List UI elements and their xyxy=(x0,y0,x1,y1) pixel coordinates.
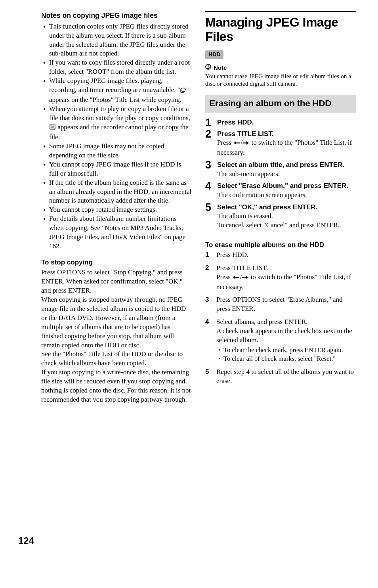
sub-step: Select albums, and press ENTER.A check m… xyxy=(205,318,356,363)
sub-step-bullet: To clear the check mark, press ENTER aga… xyxy=(221,346,356,354)
main-step: Select "Erase Album," and press ENTER.Th… xyxy=(205,182,356,199)
left-right-arrows-icon: / xyxy=(233,139,250,148)
section-bar: Erasing an album on the HDD xyxy=(205,95,356,113)
sub-step-body: Press HDD. xyxy=(216,251,356,260)
notes-bullet: You cannot copy rotated image settings. xyxy=(46,205,192,215)
title-rule: Managing JPEG Image Files xyxy=(205,11,356,44)
info-icon xyxy=(205,64,211,72)
page-title: Managing JPEG Image Files xyxy=(205,15,356,44)
sub-step: Repet step 4 to select all of the albums… xyxy=(205,368,356,386)
hdd-badge: HDD xyxy=(205,50,223,59)
sub-step: Press OPTIONS to select "Erase Albums," … xyxy=(205,295,356,314)
notes-bullet: While copying JPEG image files, playing,… xyxy=(46,77,192,105)
sub-step-body: Press TITLE LIST.Press / to switch to th… xyxy=(216,264,356,292)
sub-step: Press TITLE LIST.Press / to switch to th… xyxy=(205,264,356,292)
step-title: Press HDD. xyxy=(217,118,356,126)
svg-text:/: / xyxy=(241,140,243,146)
broken-file-icon xyxy=(49,124,56,133)
note-label: Note xyxy=(205,64,356,72)
notes-bullet-list: This function copies only JPEG files dir… xyxy=(41,22,192,251)
notes-heading: Notes on copying JPEG image files xyxy=(41,11,192,21)
notes-bullet: For details about file/album number limi… xyxy=(46,215,192,251)
notes-bullet: If the title of the album being copied i… xyxy=(46,178,192,206)
sub-step: Press HDD. xyxy=(205,251,356,260)
sub-step-bullets: To clear the check mark, press ENTER aga… xyxy=(216,346,356,364)
sub-step-body: Select albums, and press ENTER.A check m… xyxy=(216,318,356,345)
step-title: Select an album title, and press ENTER. xyxy=(217,161,356,169)
step-body: The confirmation screen appears. xyxy=(217,191,356,200)
notes-bullet: When you attempt to play or copy a broke… xyxy=(46,105,192,142)
step-title: Select "Erase Album," and press ENTER. xyxy=(217,182,356,190)
stop-copying-heading: To stop copying xyxy=(41,258,192,267)
main-step: Press HDD. xyxy=(205,118,356,126)
svg-text:/: / xyxy=(240,275,242,280)
copying-icon xyxy=(180,86,186,96)
sub-step-body: Press OPTIONS to select "Erase Albums," … xyxy=(216,295,356,314)
page-number: 124 xyxy=(18,534,34,547)
note-text: You cannot erase JPEG image files or edi… xyxy=(205,72,356,88)
sub-step-bullet: To clear all of check marks, select "Res… xyxy=(221,354,356,363)
notes-bullet: Some JPEG image files may not be copied … xyxy=(46,142,192,160)
step-body: Press / to switch to the "Photos" Title … xyxy=(217,138,356,157)
step-body: The album is erased.To cancel, select "C… xyxy=(217,212,356,230)
notes-bullet: You cannot copy JPEG image files if the … xyxy=(46,160,192,178)
left-column: Notes on copying JPEG image files This f… xyxy=(41,11,192,404)
notes-bullet: If you want to copy files stored directl… xyxy=(46,58,192,77)
main-step: Select an album title, and press ENTER.T… xyxy=(205,161,356,178)
note-label-text: Note xyxy=(214,64,227,72)
stop-copying-body: Press OPTIONS to select "Stop Copying," … xyxy=(41,268,192,404)
step-title: Select "OK," and press ENTER. xyxy=(217,203,356,211)
notes-bullet: This function copies only JPEG files dir… xyxy=(46,22,192,59)
sub-step-body: Repet step 4 to select all of the albums… xyxy=(216,368,356,386)
main-step-list: Press HDD.Press TITLE LIST.Press / to sw… xyxy=(205,118,356,230)
step-body: The sub-menu appears. xyxy=(217,170,356,179)
step-title: Press TITLE LIST. xyxy=(217,130,356,138)
main-step: Select "OK," and press ENTER.The album i… xyxy=(205,203,356,230)
main-step: Press TITLE LIST.Press / to switch to th… xyxy=(205,130,356,157)
divider xyxy=(205,235,356,235)
sub-step-list: Press HDD.Press TITLE LIST.Press / to sw… xyxy=(205,251,356,386)
left-right-arrows-icon: / xyxy=(232,274,249,283)
right-column: Managing JPEG Image Files HDD Note You c… xyxy=(205,11,356,404)
sub-heading: To erase multiple albums on the HDD xyxy=(205,241,356,250)
